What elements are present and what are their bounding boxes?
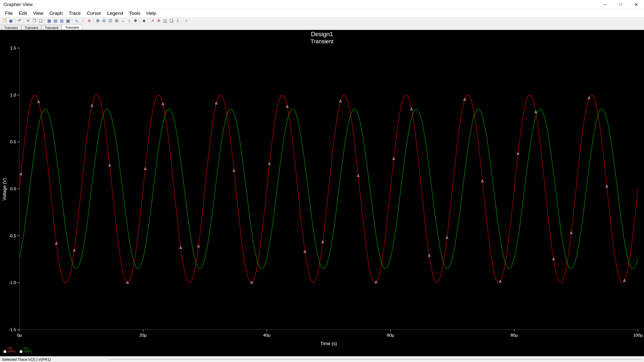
grid-toggle-icon[interactable]: ▦ xyxy=(46,18,52,24)
export-icon[interactable]: ⇩ xyxy=(175,18,181,24)
status-bar: Selected Trace:V(2) | V(PR1) xyxy=(0,356,644,362)
zoom-horizontal-icon[interactable]: ↔ xyxy=(120,18,126,24)
toolbar-separator xyxy=(72,19,72,23)
open-icon[interactable]: ❒ xyxy=(2,18,8,24)
svg-text:40µ: 40µ xyxy=(263,333,270,338)
minimize-button[interactable]: ─ xyxy=(597,0,613,9)
page-properties-icon[interactable]: ▩ xyxy=(65,18,71,24)
toolbar-separator xyxy=(140,19,140,23)
menu-edit[interactable]: Edit xyxy=(16,9,30,17)
x-axis-label: Time (s) xyxy=(19,341,638,346)
cursor-toggle-icon[interactable]: ▥ xyxy=(59,18,65,24)
trace-style-icon[interactable]: ≋ xyxy=(86,18,92,24)
merge-traces-icon[interactable]: ∴ xyxy=(80,18,86,24)
chart-title: Design1 xyxy=(0,31,644,38)
menu-view[interactable]: View xyxy=(30,9,46,17)
svg-text:-0.5: -0.5 xyxy=(9,234,16,238)
check-icon: ✓ xyxy=(4,350,6,353)
overlay-traces-icon[interactable]: ∿ xyxy=(73,18,80,24)
legend-item-vpr2: V(1) ✓ V(PR2) xyxy=(20,347,32,353)
window-controls: ─ □ × xyxy=(597,0,644,9)
toolbar: ❒ ▣ ↶ × ❐ ❑ ▦ ▤ ▥ ▩ ∿ ∴ ≋ ⊕ ⊖ ⊡ ⊞ ↔ ↕ ✥ … xyxy=(0,18,644,24)
trace-legend: V(2) ✓ V(PR1) V(1) ✓ V(PR2) xyxy=(4,347,32,353)
overflow-icon[interactable]: ≡ xyxy=(183,18,189,24)
zoom-area-icon[interactable]: ⊡ xyxy=(107,18,113,24)
line-annotation-icon[interactable]: ➚ xyxy=(149,18,156,24)
svg-text:0.5: 0.5 xyxy=(10,140,16,144)
title-bar: Grapher View ─ □ × xyxy=(0,0,644,9)
tab-bar: Transient Transient Transient Transient xyxy=(0,24,644,30)
legend-toggle-icon[interactable]: ▤ xyxy=(52,18,59,24)
paste-icon[interactable]: ❑ xyxy=(37,18,44,24)
close-button[interactable]: × xyxy=(628,0,644,9)
zoom-in-icon[interactable]: ⊕ xyxy=(95,18,101,24)
menu-tools[interactable]: Tools xyxy=(126,9,143,17)
toolbar-separator xyxy=(182,19,182,23)
trace-label: V(PR2) xyxy=(23,350,32,353)
tab-transient-4[interactable]: Transient xyxy=(62,24,82,30)
menu-trace[interactable]: Trace xyxy=(66,9,84,17)
window-title: Grapher View xyxy=(0,2,597,7)
menu-legend[interactable]: Legend xyxy=(104,9,126,17)
y-axis-label: Voltage (V) xyxy=(2,178,7,200)
trace-checkbox[interactable]: ✓ xyxy=(4,350,6,353)
toolbar-separator xyxy=(24,19,24,23)
copy-graph-icon[interactable]: ❏ xyxy=(168,18,175,24)
trace-label: V(PR1) xyxy=(7,350,16,353)
svg-text:0.0: 0.0 xyxy=(10,187,16,191)
undo-icon[interactable]: ↶ xyxy=(16,18,23,24)
toolbar-separator xyxy=(45,19,45,23)
toolbar-separator xyxy=(93,19,94,23)
svg-text:20µ: 20µ xyxy=(139,333,147,338)
svg-text:80µ: 80µ xyxy=(511,333,518,338)
legend-item-vpr1: V(2) ✓ V(PR1) xyxy=(4,347,16,353)
zoom-out-icon[interactable]: ⊖ xyxy=(101,18,107,24)
save-icon[interactable]: ▣ xyxy=(8,18,14,24)
svg-text:1.0: 1.0 xyxy=(10,93,16,98)
grapher-page: 1.51.00.50.0-0.5-1.0-1.50µ20µ40µ60µ80µ10… xyxy=(0,30,644,356)
zoom-vertical-icon[interactable]: ↕ xyxy=(126,18,132,24)
svg-text:-1.5: -1.5 xyxy=(9,327,16,332)
toolbar-separator xyxy=(148,19,148,23)
tab-transient-1[interactable]: Transient xyxy=(1,25,21,30)
zoom-fit-icon[interactable]: ⊞ xyxy=(113,18,120,24)
maximize-button[interactable]: □ xyxy=(613,0,628,9)
pan-icon[interactable]: ✥ xyxy=(132,18,139,24)
copy-icon[interactable]: ❐ xyxy=(31,18,37,24)
trace-label: V(2) xyxy=(7,347,16,350)
svg-text:-1.0: -1.0 xyxy=(9,280,16,285)
svg-text:1.5: 1.5 xyxy=(10,46,16,51)
menu-help[interactable]: Help xyxy=(143,9,159,17)
status-divider xyxy=(109,359,642,360)
toolbar-separator xyxy=(15,19,15,23)
trace-checkbox[interactable]: ✓ xyxy=(20,350,22,353)
check-icon: ✓ xyxy=(20,350,22,353)
tab-transient-2[interactable]: Transient xyxy=(21,25,42,30)
marker-toggle-icon[interactable]: ※ xyxy=(156,18,162,24)
menu-cursor[interactable]: Cursor xyxy=(84,9,104,17)
menu-bar: File Edit View Graph Trace Cursor Legend… xyxy=(0,9,644,18)
status-selected-trace: Selected Trace:V(2) | V(PR1) xyxy=(0,357,51,361)
chart-plot[interactable]: 1.51.00.50.0-0.5-1.0-1.50µ20µ40µ60µ80µ10… xyxy=(0,30,644,356)
svg-text:0µ: 0µ xyxy=(17,333,22,338)
menu-file[interactable]: File xyxy=(2,9,16,17)
text-annotation-icon[interactable]: A xyxy=(141,18,147,24)
svg-text:100µ: 100µ xyxy=(633,333,643,338)
chart-subtitle: Transient xyxy=(0,38,644,45)
tab-transient-3[interactable]: Transient xyxy=(42,25,62,30)
delete-icon[interactable]: × xyxy=(25,18,31,24)
black-white-toggle-icon[interactable]: ◫ xyxy=(162,18,168,24)
trace-label: V(1) xyxy=(23,347,32,350)
svg-text:60µ: 60µ xyxy=(387,333,394,338)
menu-graph[interactable]: Graph xyxy=(46,9,66,17)
